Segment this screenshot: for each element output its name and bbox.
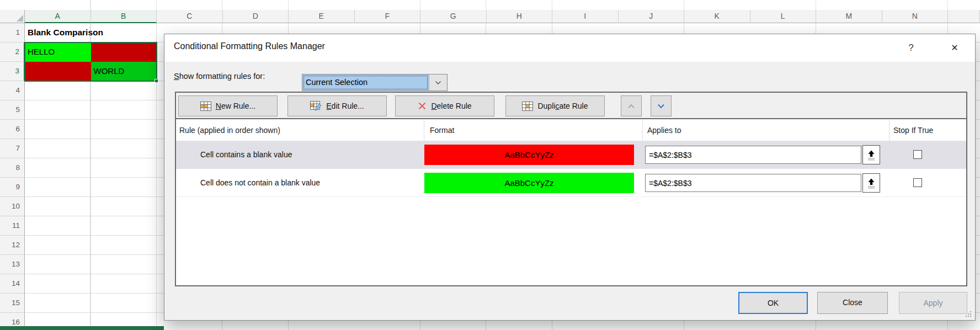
row-header-13[interactable]: 13 <box>0 255 25 274</box>
column-header-f[interactable]: F <box>355 10 421 23</box>
rules-for-combobox-dropdown-button[interactable] <box>429 74 447 91</box>
column-header-applies-to: Applies to <box>647 126 681 135</box>
stop-if-true-checkbox[interactable] <box>913 178 922 187</box>
column-header-rule: Rule (applied in order shown) <box>179 126 280 135</box>
collapse-dialog-button[interactable] <box>862 173 880 193</box>
column-header-c[interactable]: C <box>157 10 223 23</box>
edit-rule-button[interactable]: Edit Rule... <box>287 95 387 116</box>
select-all-triangle-icon <box>17 15 23 22</box>
excel-window: A B C D E F G H I J K L M N 1 2 3 4 5 6 … <box>0 0 980 330</box>
rule-name: Cell contains a blank value <box>200 141 292 169</box>
column-header-m[interactable]: M <box>816 10 882 23</box>
show-rules-label-rest: how formatting rules for: <box>179 72 265 81</box>
column-separator <box>889 120 890 141</box>
rules-toolbar: New Rule... Edit Rule... Delete Rule Dup… <box>176 93 966 119</box>
cell-a2[interactable]: HELLO <box>25 42 91 62</box>
column-separator <box>642 120 643 141</box>
column-header-format: Format <box>430 126 454 135</box>
dialog-title: Conditional Formatting Rules Manager <box>174 41 325 51</box>
row-header-2[interactable]: 2 <box>0 42 25 62</box>
collapse-dialog-icon <box>866 150 876 161</box>
help-icon[interactable]: ? <box>902 39 920 57</box>
row-header-8[interactable]: 8 <box>0 158 25 178</box>
chevron-up-icon <box>627 104 635 109</box>
formula-bar-edge <box>25 0 980 10</box>
close-button[interactable]: Close <box>817 292 888 314</box>
column-header-b[interactable]: B <box>91 10 157 23</box>
row-header-5[interactable]: 5 <box>0 100 25 120</box>
row-header-12[interactable]: 12 <box>0 236 25 255</box>
row-header-6[interactable]: 6 <box>0 120 25 139</box>
rules-for-combobox: Current Selection <box>302 74 448 91</box>
show-rules-label-accel: S <box>174 72 179 81</box>
applies-to-input[interactable] <box>645 146 861 164</box>
cell-a1[interactable]: Blank Comparison <box>25 23 157 42</box>
dialog-titlebar: Conditional Formatting Rules Manager ? ✕ <box>164 34 975 62</box>
column-header-e[interactable]: E <box>289 10 355 23</box>
new-rule-button[interactable]: New Rule... <box>178 95 278 116</box>
row-header-4[interactable]: 4 <box>0 81 25 100</box>
delete-rule-label: Delete Rule <box>431 102 471 110</box>
collapse-dialog-button[interactable] <box>862 145 880 164</box>
new-rule-label: New Rule... <box>216 102 255 110</box>
applies-to-input[interactable] <box>645 174 861 192</box>
delete-rule-button[interactable]: Delete Rule <box>395 95 494 116</box>
edit-rule-label: Edit Rule... <box>326 102 364 110</box>
close-icon[interactable]: ✕ <box>945 39 964 57</box>
column-header-h[interactable]: H <box>487 10 553 23</box>
show-rules-label: Show formatting rules for: <box>174 72 265 81</box>
status-bar-fragment <box>0 326 164 330</box>
duplicate-rule-label: Duplicate Rule <box>537 102 588 110</box>
column-header-n[interactable]: N <box>882 10 949 23</box>
row-header-11[interactable]: 11 <box>0 216 25 236</box>
chevron-down-icon <box>435 81 441 85</box>
rules-frame: New Rule... Edit Rule... Delete Rule Dup… <box>175 92 967 286</box>
cell-b3[interactable]: WORLD <box>91 62 157 81</box>
cell-a3[interactable] <box>25 62 91 81</box>
conditional-formatting-rules-manager-dialog: Conditional Formatting Rules Manager ? ✕… <box>164 34 976 321</box>
edit-rule-table-pencil-icon <box>310 101 322 111</box>
rule-name: Cell does not contain a blank value <box>200 169 320 197</box>
rules-for-combobox-value[interactable]: Current Selection <box>302 74 429 91</box>
new-rule-table-icon <box>200 102 211 111</box>
column-header-l[interactable]: L <box>750 10 817 23</box>
row-header-3[interactable]: 3 <box>0 62 25 81</box>
row-header-1[interactable]: 1 <box>0 23 25 42</box>
rules-list: Rule (applied in order shown) Format App… <box>176 120 966 285</box>
row-header-10[interactable]: 10 <box>0 197 25 216</box>
select-all-corner[interactable] <box>0 10 25 23</box>
chevron-down-icon <box>657 104 665 109</box>
row-header-15[interactable]: 15 <box>0 294 25 313</box>
column-header-j[interactable]: J <box>619 10 685 23</box>
ok-button[interactable]: OK <box>738 292 808 314</box>
column-header-k[interactable]: K <box>684 10 750 23</box>
column-separator <box>424 120 424 141</box>
format-preview: AaBbCcYyZz <box>424 145 634 165</box>
row-header-14[interactable]: 14 <box>0 274 25 294</box>
column-header-d[interactable]: D <box>223 10 289 23</box>
column-header-overflow <box>948 10 980 23</box>
column-header-a[interactable]: A <box>25 10 91 23</box>
move-down-button[interactable] <box>651 95 672 116</box>
format-preview: AaBbCcYyZz <box>424 173 634 193</box>
column-header-g[interactable]: G <box>420 10 487 23</box>
stop-if-true-checkbox[interactable] <box>913 150 922 159</box>
row-headers: 1 2 3 4 5 6 7 8 9 10 11 12 13 14 15 16 <box>0 23 25 330</box>
delete-rule-x-icon <box>418 102 427 110</box>
resize-grip[interactable] <box>966 311 972 318</box>
duplicate-rule-table-icon <box>522 102 533 111</box>
rule-row-blank[interactable]: Cell contains a blank value AaBbCcYyZz <box>176 141 966 169</box>
column-headers: A B C D E F G H I J K L M N <box>25 10 980 23</box>
row-header-7[interactable]: 7 <box>0 139 25 158</box>
collapse-dialog-icon <box>866 178 876 189</box>
duplicate-rule-button[interactable]: Duplicate Rule <box>505 95 605 116</box>
cell-b2[interactable] <box>91 42 157 62</box>
move-up-button[interactable] <box>621 95 642 116</box>
row-header-9[interactable]: 9 <box>0 178 25 197</box>
rule-row-not-blank[interactable]: Cell does not contain a blank value AaBb… <box>176 169 966 197</box>
column-header-stop-if-true: Stop If True <box>893 126 933 135</box>
apply-button[interactable]: Apply <box>899 292 967 314</box>
column-header-i[interactable]: I <box>552 10 619 23</box>
